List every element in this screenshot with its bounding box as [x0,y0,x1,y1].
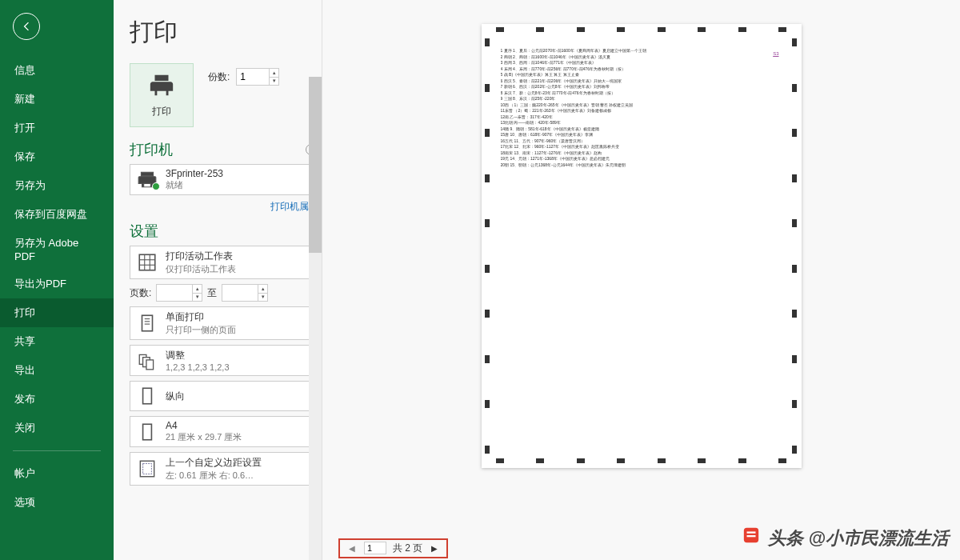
sidebar-item-open[interactable]: 打开 [0,114,114,142]
page-from-spinner[interactable]: ▲▼ [156,284,202,302]
page-single-icon [137,313,158,334]
scrollbar-thumb[interactable] [309,77,322,253]
printer-status: 就绪 [166,179,306,191]
sidebar-item-adobepdf[interactable]: 另存为 Adobe PDF [0,229,114,270]
print-what-dropdown[interactable]: 打印活动工作表仅打印活动工作表 ▼ [130,246,322,279]
sidebar-item-info[interactable]: 信息 [0,56,114,85]
print-button-label: 打印 [152,105,171,118]
sidebar-divider [13,450,101,451]
print-what-sub: 仅打印活动工作表 [166,263,306,275]
backstage-sidebar: 信息 新建 打开 保存 另存为 保存到百度网盘 另存为 Adobe PDF 导出… [0,0,114,560]
spinner-up-icon[interactable]: ▲ [270,69,278,78]
paper-sub: 21 厘米 x 29.7 厘米 [166,431,306,443]
paper-label: A4 [166,420,306,431]
preview-corner-label: S3 [773,51,778,56]
spinner-down-icon[interactable]: ▼ [258,294,267,302]
ruler-bottom [496,458,787,465]
svg-rect-5 [142,315,153,331]
page-to-spinner[interactable]: ▲▼ [222,284,268,302]
ruler-right [792,38,798,454]
margins-sub: 左: 0.61 厘米 右: 0.6… [166,470,306,482]
collate-sub: 1,2,3 1,2,3 1,2,3 [166,362,306,372]
arrow-left-icon [20,20,33,33]
printer-section-title: 打印机 [130,140,173,159]
prev-page-button[interactable]: ◀ [346,544,358,553]
total-pages-label: 共 2 页 [393,542,422,555]
sidebar-item-export[interactable]: 导出 [0,356,114,385]
portrait-icon [137,386,158,406]
svg-rect-0 [139,254,155,270]
sidebar-item-account[interactable]: 帐户 [0,459,114,488]
ruler-left [485,38,491,454]
status-dot-icon [152,182,160,190]
pages-label: 页数: [130,286,151,300]
print-button[interactable]: 打印 [130,63,194,127]
collate-icon [137,350,158,371]
print-settings-panel: 打印 打印 份数: ▲▼ 打印机 [114,0,322,560]
ruler-top [496,27,787,34]
svg-rect-13 [143,424,152,440]
page-nav-highlight: ◀ 共 2 页 ▶ [338,538,448,558]
sidebar-item-options[interactable]: 选项 [0,488,114,517]
settings-scrollbar[interactable] [309,77,322,560]
spinner-down-icon[interactable]: ▼ [270,78,278,86]
sidebar-item-baidu[interactable]: 保存到百度网盘 [0,200,114,229]
margins-dropdown[interactable]: 上一个自定义边距设置左: 0.61 厘米 右: 0.6… ▼ [130,452,322,486]
svg-rect-12 [143,388,152,404]
sidebar-item-publish[interactable]: 发布 [0,385,114,414]
current-page-input[interactable] [364,542,386,554]
collate-label: 调整 [166,349,306,362]
back-button[interactable] [13,13,40,40]
sides-sub: 只打印一侧的页面 [166,324,306,336]
copies-label: 份数: [208,70,230,84]
sidebar-item-share[interactable]: 共享 [0,327,114,356]
copies-input[interactable] [237,69,269,85]
svg-rect-15 [143,464,152,474]
sidebar-item-exportpdf[interactable]: 导出为PDF [0,270,114,298]
printer-properties-link[interactable]: 打印机属性 [130,200,318,214]
margins-label: 上一个自定义边距设置 [166,456,306,470]
collate-dropdown[interactable]: 调整1,2,3 1,2,3 1,2,3 ▼ [130,345,322,376]
printer-name: 3Fprinter-253 [166,168,306,179]
sheet-icon [137,252,158,273]
printer-icon [148,73,175,100]
margins-icon [137,458,158,479]
orientation-label: 纵向 [166,390,306,403]
sidebar-item-new[interactable]: 新建 [0,85,114,114]
spinner-up-icon[interactable]: ▲ [193,285,202,294]
page-title: 打印 [130,16,322,49]
copies-spinner[interactable]: ▲▼ [236,68,279,86]
print-what-label: 打印活动工作表 [166,250,306,263]
svg-rect-11 [146,359,154,369]
print-preview-panel: S3 1 夏序 1、夏后：公元前2070年-前1600年《夏商周年表》夏启建立中… [322,0,960,560]
paper-dropdown[interactable]: A421 厘米 x 29.7 厘米 ▼ [130,416,322,447]
sidebar-item-print[interactable]: 打印 [0,298,114,327]
preview-content: 1 夏序 1、夏后：公元前2070年-前1600年《夏商周年表》夏启建立中国第一… [501,48,782,168]
page-from-input[interactable] [157,285,192,301]
page-preview: S3 1 夏序 1、夏后：公元前2070年-前1600年《夏商周年表》夏启建立中… [482,24,802,468]
orientation-dropdown[interactable]: 纵向 ▼ [130,381,322,411]
sidebar-item-save[interactable]: 保存 [0,142,114,171]
sides-dropdown[interactable]: 单面打印只打印一侧的页面 ▼ [130,306,322,340]
next-page-button[interactable]: ▶ [429,544,440,553]
spinner-up-icon[interactable]: ▲ [258,285,267,294]
printer-dropdown[interactable]: 3Fprinter-253 就绪 ▼ [130,164,322,195]
paper-icon [137,422,158,442]
pages-to-label: 至 [207,286,217,300]
page-to-input[interactable] [222,285,258,301]
sides-label: 单面打印 [166,310,306,324]
settings-section-title: 设置 [130,222,158,241]
sidebar-item-close[interactable]: 关闭 [0,414,114,442]
sidebar-item-saveas[interactable]: 另存为 [0,171,114,200]
spinner-down-icon[interactable]: ▼ [193,294,202,302]
